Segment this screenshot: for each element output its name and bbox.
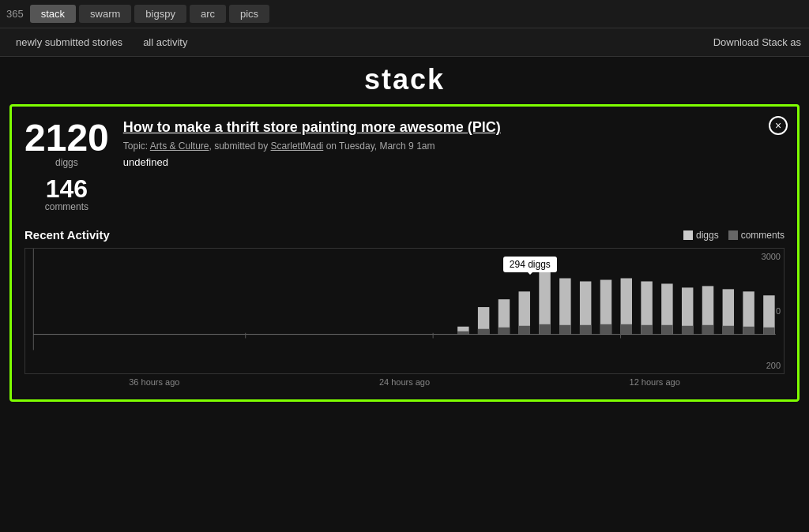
tab-newly-submitted[interactable]: newly submitted stories	[8, 33, 130, 51]
svg-rect-22	[641, 325, 652, 335]
time-label-36: 36 hours ago	[129, 377, 179, 387]
chart-header: Recent Activity diggs comments	[24, 228, 785, 242]
chart-legend: diggs comments	[683, 230, 785, 241]
chart-section: Recent Activity diggs comments 294 diggs	[24, 228, 785, 387]
svg-rect-30	[723, 326, 734, 335]
legend-comments-box	[728, 230, 738, 240]
card-header: 2120 diggs 146 comments How to make a th…	[24, 119, 785, 212]
secondary-nav: newly submitted stories all activity Dow…	[0, 28, 809, 57]
diggs-count: 2120	[24, 119, 109, 157]
nav-tab-swarm[interactable]: swarm	[79, 5, 131, 23]
legend-comments-label: comments	[741, 230, 785, 241]
svg-rect-28	[702, 325, 713, 335]
time-label-12: 12 hours ago	[630, 377, 680, 387]
story-meta: Topic: Arts & Culture, submitted by Scar…	[123, 140, 785, 152]
time-labels: 36 hours ago 24 hours ago 12 hours ago	[24, 377, 785, 387]
nav-tab-stack[interactable]: stack	[30, 5, 76, 23]
svg-rect-4	[457, 332, 468, 335]
chart-wrapper: 294 diggs	[24, 248, 785, 374]
story-undefined: undefined	[123, 156, 785, 168]
page-title: stack	[0, 63, 809, 96]
story-title[interactable]: How to make a thrift store painting more…	[123, 119, 785, 136]
download-stack-link[interactable]: Download Stack as	[713, 36, 801, 48]
svg-rect-18	[600, 324, 611, 335]
chart-title: Recent Activity	[24, 228, 110, 242]
diggs-section: 2120 diggs 146 comments	[24, 119, 109, 212]
svg-rect-24	[661, 325, 672, 335]
chart-area: 294 diggs	[24, 248, 785, 374]
chart-svg	[25, 249, 784, 373]
svg-rect-12	[539, 324, 550, 335]
legend-comments: comments	[728, 230, 785, 241]
comments-count: 146	[24, 176, 109, 201]
legend-diggs: diggs	[683, 230, 719, 241]
nav-tab-pics[interactable]: pics	[229, 5, 269, 23]
legend-diggs-label: diggs	[696, 230, 719, 241]
svg-rect-14	[559, 325, 570, 335]
svg-rect-8	[499, 328, 510, 335]
page-title-area: stack	[0, 57, 809, 99]
submitter-link[interactable]: ScarlettMadi	[271, 140, 324, 152]
svg-rect-34	[763, 328, 774, 335]
diggs-label: diggs	[24, 157, 109, 168]
svg-rect-10	[519, 326, 530, 335]
close-button[interactable]: ×	[769, 116, 788, 135]
date-text: on Tuesday, March 9 1am	[326, 140, 435, 152]
time-label-24: 24 hours ago	[379, 377, 430, 387]
top-nav: 365 stack swarm bigspy arc pics	[0, 0, 809, 28]
svg-rect-26	[682, 326, 693, 335]
comments-label: comments	[24, 201, 109, 212]
svg-rect-20	[621, 324, 632, 335]
tab-all-activity[interactable]: all activity	[135, 33, 195, 51]
story-card: × 2120 diggs 146 comments How to make a …	[9, 104, 800, 402]
svg-rect-16	[580, 325, 591, 335]
svg-rect-6	[478, 329, 489, 335]
topic-link[interactable]: Arts & Culture	[150, 140, 209, 152]
svg-rect-32	[743, 327, 754, 335]
legend-diggs-box	[683, 230, 693, 240]
nav-tab-bigspy[interactable]: bigspy	[134, 5, 186, 23]
nav-prefix: 365	[6, 8, 24, 20]
nav-tab-arc[interactable]: arc	[190, 5, 226, 23]
submitted-by-label: submitted by	[214, 140, 268, 152]
story-info: How to make a thrift store painting more…	[123, 119, 785, 168]
topic-label: Topic:	[123, 140, 148, 152]
